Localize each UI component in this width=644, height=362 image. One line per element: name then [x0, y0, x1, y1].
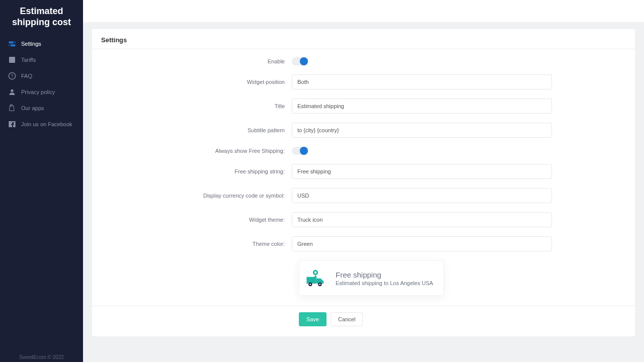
svg-point-3: [9, 45, 11, 46]
save-button[interactable]: Save: [299, 312, 327, 326]
sidebar-footer: SweetEcom © 2022: [0, 351, 83, 362]
free-string-input[interactable]: [292, 164, 552, 179]
topbar: [83, 0, 644, 22]
sidebar-item-label: Our apps: [21, 105, 44, 111]
settings-panel: Settings Enable Widget position: [92, 29, 635, 336]
row-widget-theme: Widget theme:: [112, 212, 615, 227]
color-select[interactable]: [292, 236, 552, 251]
bag-icon: [8, 104, 16, 112]
facebook-icon: [8, 120, 16, 128]
always-free-toggle[interactable]: [292, 147, 308, 155]
app-title: Estimated shipping cost: [0, 0, 83, 32]
color-label: Theme color:: [112, 241, 292, 247]
svg-text:?: ?: [11, 74, 14, 79]
row-subtitle: Subtitle pattern: [112, 123, 615, 138]
sidebar-item-settings[interactable]: Settings: [0, 36, 83, 52]
sidebar-item-label: FAQ: [21, 73, 32, 79]
sidebar-item-label: Settings: [21, 41, 41, 47]
sidebar-item-faq[interactable]: ? FAQ: [0, 68, 83, 84]
row-enable: Enable: [112, 57, 615, 65]
row-free-string: Free shipping string:: [112, 164, 615, 179]
person-icon: [8, 88, 16, 96]
widget-position-select[interactable]: [292, 74, 552, 89]
always-free-label: Always show Free Shipping:: [112, 148, 292, 154]
row-currency: Display currency code or symbol:: [112, 188, 615, 203]
sidebar-item-privacy[interactable]: Privacy policy: [0, 84, 83, 100]
svg-point-1: [13, 42, 15, 43]
theme-select[interactable]: [292, 212, 552, 227]
toggle-icon: [8, 40, 16, 48]
tariff-icon: [8, 56, 16, 64]
svg-point-8: [314, 272, 316, 274]
panel-body: Enable Widget position Title: [92, 49, 635, 296]
svg-point-13: [319, 284, 320, 285]
sidebar-item-facebook[interactable]: Join us on Facebook: [0, 116, 83, 132]
widget-position-label: Widget position: [112, 79, 292, 85]
panel-footer: Save Cancel: [92, 306, 635, 336]
sidebar-item-apps[interactable]: Our apps: [0, 100, 83, 116]
toggle-knob: [300, 57, 308, 65]
enable-toggle[interactable]: [292, 57, 308, 65]
title-label: Title: [112, 103, 292, 109]
sidebar-item-label: Join us on Facebook: [21, 121, 72, 127]
preview-row: Free shipping Estimated shipping to Los …: [112, 260, 615, 296]
row-theme-color: Theme color:: [112, 236, 615, 251]
svg-point-11: [309, 284, 311, 285]
enable-label: Enable: [112, 58, 292, 64]
cancel-button[interactable]: Cancel: [331, 312, 363, 326]
content: Settings Enable Widget position: [83, 22, 644, 362]
currency-label: Display currency code or symbol:: [112, 193, 292, 199]
free-string-label: Free shipping string:: [112, 168, 292, 174]
question-icon: ?: [8, 72, 16, 80]
panel-title: Settings: [92, 29, 635, 49]
toggle-knob: [300, 147, 308, 155]
svg-rect-9: [306, 277, 316, 284]
row-title: Title: [112, 99, 615, 114]
currency-select[interactable]: [292, 188, 552, 203]
subtitle-label: Subtitle pattern: [112, 127, 292, 133]
sidebar-nav: Settings Tariffs ? FAQ Privacy policy Ou…: [0, 36, 83, 351]
sidebar-item-label: Tariffs: [21, 57, 36, 63]
subtitle-input[interactable]: [292, 123, 552, 138]
sidebar-item-label: Privacy policy: [21, 89, 55, 95]
row-widget-position: Widget position: [112, 74, 615, 89]
theme-label: Widget theme:: [112, 217, 292, 223]
row-always-free: Always show Free Shipping:: [112, 147, 615, 155]
sidebar: Estimated shipping cost Settings Tariffs…: [0, 0, 83, 362]
main: Settings Enable Widget position: [83, 0, 644, 362]
preview-title: Free shipping: [336, 270, 433, 279]
preview-subtitle: Estimated shipping to Los Angeles USA: [336, 280, 433, 286]
title-input[interactable]: [292, 99, 552, 114]
preview-card: Free shipping Estimated shipping to Los …: [299, 260, 444, 296]
sidebar-item-tariffs[interactable]: Tariffs: [0, 52, 83, 68]
svg-point-6: [11, 89, 13, 92]
truck-icon: [304, 267, 327, 289]
preview-text: Free shipping Estimated shipping to Los …: [336, 270, 433, 286]
